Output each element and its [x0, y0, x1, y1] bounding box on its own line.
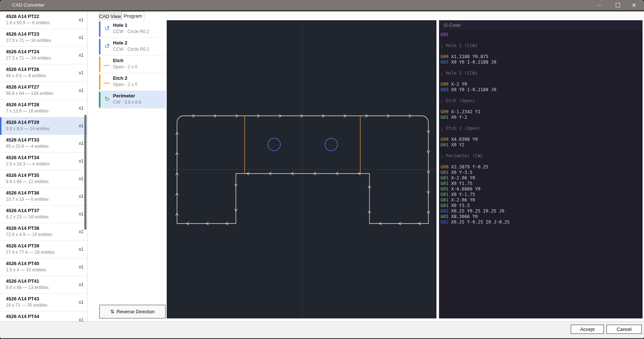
part-list-item[interactable]: 4526 A14 PT359.6 x 68 — 12 entitiesx1 — [0, 170, 87, 188]
part-qty-badge: x1 — [79, 300, 84, 305]
hole-circle — [268, 138, 280, 151]
part-qty-badge: x1 — [79, 264, 84, 270]
operation-item[interactable]: ↺Hole 1CCW · Circle R0.2 — [98, 20, 166, 38]
part-dims: 1.5 x 4 — 10 entities — [6, 267, 46, 272]
operation-item[interactable]: EtchOpen · 2 x 0 — [98, 56, 166, 73]
gcode-line: G00 X-2 Y0 — [440, 82, 643, 87]
gcode-line: G01 X0 Y2 — [440, 142, 643, 148]
part-name: 4526 A14 PT38 — [6, 225, 39, 231]
part-dims: 65 x 20.6 — 4 entities — [6, 144, 49, 149]
part-list-item[interactable]: 4526 A14 PT3927.4 x 77.4 — 28 entitiesx1 — [0, 241, 87, 258]
gcode-line — [440, 49, 643, 54]
part-list-item[interactable]: 4526 A14 PT376.2 x 23 — 16 entitiesx1 — [0, 206, 87, 223]
part-list-item[interactable]: 4526 A14 PT221.8 x 50.9 — 6 entitiesx1 — [0, 11, 87, 29]
hole-circle — [325, 138, 337, 151]
part-list-item[interactable]: 4526 A14 PT3610.7 x 18 — 6 entitiesx1 — [0, 188, 87, 206]
part-list-item[interactable]: 4526 A14 PT4318 x 71 — 35 entitiesx1 — [0, 294, 87, 311]
part-qty-badge: x1 — [79, 35, 84, 40]
part-name: 4526 A14 PT24 — [6, 49, 39, 54]
gcode-line: ; Etch (Open) — [440, 98, 643, 104]
part-list-item[interactable]: 4526 A14 PT287 x 13.6 — 16 entitiesx1 — [0, 100, 87, 117]
gcode-line: G02 X0.25 Y-0.25 I0 J-0.25 — [440, 220, 643, 225]
part-list-item[interactable]: 4526 A14 PT3872.9 x 4.9 — 15 entitiesx1 — [0, 223, 87, 241]
part-qty-badge: x1 — [79, 141, 84, 146]
gcode-line: G91 — [440, 32, 643, 38]
accept-button[interactable]: Accept — [571, 325, 604, 334]
part-name: 4526 A14 PT27 — [6, 84, 39, 90]
op-name: Etch 2 — [113, 75, 127, 81]
part-name: 4526 A14 PT37 — [6, 208, 39, 213]
part-list-item[interactable]: 4526 A14 PT342.5 x 16.3 — 4 entitiesx1 — [0, 153, 87, 170]
updown-arrows-icon: ⇅ — [110, 309, 114, 314]
gcode-line: G01 X0 Y-1.75 — [440, 192, 643, 197]
part-name: 4526 A14 PT26 — [6, 67, 39, 72]
op-accent-bar — [99, 39, 100, 54]
part-list-item[interactable]: 4526 A14 PT2327.3 x 71 — 34 entitiesx1 — [0, 29, 87, 47]
minimize-button[interactable] — [591, 0, 608, 10]
part-qty-badge: x1 — [79, 70, 84, 75]
reverse-direction-button[interactable]: ⇅ Reverse Direction — [99, 305, 166, 318]
rotate-ccw-icon: ↺ — [103, 25, 111, 32]
cad-canvas[interactable] — [167, 20, 436, 318]
close-button[interactable]: ✕ — [626, 0, 643, 10]
gcode-listing: G91 ; Hole 1 (CCW) G00 X1.2188 Y0.875G03… — [439, 30, 643, 318]
tab-program[interactable]: Program — [121, 11, 144, 20]
part-dims: 9.6 x 68 — 13 entities — [6, 285, 49, 290]
part-list-item[interactable]: 4526 A14 PT293.8 x 8.8 — 14 entitiesx1 — [0, 117, 87, 135]
gcode-line — [440, 131, 643, 137]
window-title: CAD Converter — [12, 2, 45, 8]
part-dims: 3.8 x 8.8 — 14 entities — [6, 126, 50, 131]
part-list-item[interactable]: 4526 A14 PT2648 x 3.5 — 6 entitiesx1 — [0, 64, 87, 82]
etch-line-icon — [103, 65, 110, 66]
op-name: Hole 2 — [113, 40, 127, 46]
rotate-ccw-icon: ↺ — [103, 43, 111, 50]
part-dims: 56.6 x 64 — 134 entities — [6, 91, 53, 96]
part-qty-badge: x1 — [79, 229, 84, 234]
maximize-icon — [616, 3, 620, 7]
op-accent-bar — [99, 21, 100, 37]
operation-item[interactable]: ↺Hole 2CCW · Circle R0.2 — [98, 38, 166, 56]
part-name: 4526 A14 PT23 — [6, 31, 39, 37]
gcode-line: G01 X0 Y3.5 — [440, 203, 643, 208]
part-list-item[interactable]: 4526 A14 PT2427.3 x 71 — 34 entitiesx1 — [0, 47, 87, 64]
titlebar[interactable]: CAD Converter ✕ — [0, 0, 644, 10]
part-list-item[interactable]: 4526 A14 PT401.5 x 4 — 10 entitiesx1 — [0, 258, 87, 276]
part-list-item[interactable]: 4526 A14 PT419.6 x 68 — 13 entitiesx1 — [0, 276, 87, 294]
gcode-line: G01 X0 Y1.75 — [440, 181, 643, 186]
reverse-direction-label: Reverse Direction — [117, 309, 155, 314]
gcode-line: G01 X-2.06 Y0 — [440, 175, 643, 181]
part-name: 4526 A14 PT29 — [6, 119, 39, 125]
footer-bar: Accept Cancel — [0, 321, 644, 339]
part-list-item[interactable]: 4526 A14 PT2756.6 x 64 — 134 entitiesx1 — [0, 82, 87, 100]
op-detail: CW · 3.8 x 8.8 — [113, 100, 141, 105]
operation-item[interactable]: Etch 2Open · 2 x 0 — [98, 73, 166, 91]
gcode-line — [440, 65, 643, 71]
maximize-button[interactable] — [609, 0, 626, 10]
gcode-line: G01 X0 Y-3.5 — [440, 170, 643, 175]
part-qty-badge: x1 — [79, 247, 84, 252]
gcode-line: ; Hole 2 (CCW) — [440, 71, 643, 76]
part-dims: 27.3 x 71 — 34 entities — [6, 56, 51, 61]
gcode-line — [440, 148, 643, 153]
operation-item[interactable]: ↻PerimeterCW · 3.8 x 8.8 — [98, 91, 166, 108]
op-name: Hole 1 — [113, 22, 127, 28]
tab-cad-view[interactable]: CAD View — [99, 12, 121, 20]
gcode-line: G00 X4.0308 Y0 — [440, 137, 643, 142]
gcode-line: G00 X2.3879 Y-0.25 — [440, 164, 643, 170]
part-list-item[interactable]: 4526 A14 PT3365 x 20.6 — 4 entitiesx1 — [0, 135, 87, 153]
op-name: Etch — [113, 58, 123, 63]
cancel-button[interactable]: Cancel — [606, 325, 642, 334]
part-qty-badge: x1 — [79, 282, 84, 287]
gcode-line — [440, 104, 643, 109]
sidebar-scrollbar-thumb[interactable] — [84, 115, 86, 230]
part-qty-badge: x1 — [79, 211, 84, 217]
op-detail: Open · 2 x 0 — [113, 82, 137, 87]
rotate-cw-icon: ↻ — [103, 96, 111, 103]
part-qty-badge: x1 — [79, 158, 84, 164]
part-qty-badge: x1 — [79, 194, 84, 199]
part-qty-badge: x1 — [79, 176, 84, 181]
part-dims: 6.2 x 23 — 16 entities — [6, 214, 49, 220]
minimize-icon — [597, 5, 601, 6]
part-qty-badge: x1 — [79, 123, 84, 128]
op-detail: Open · 2 x 0 — [113, 64, 137, 69]
